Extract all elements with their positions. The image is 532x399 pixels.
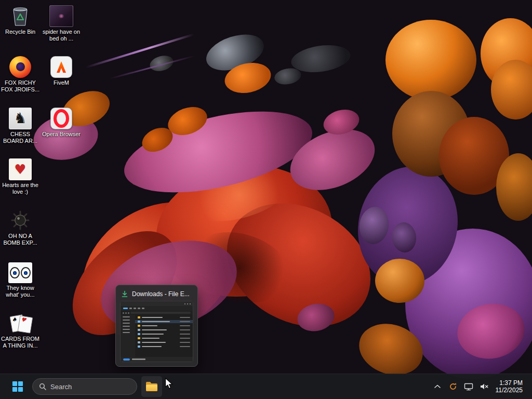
thumbnail-detail [138, 341, 140, 343]
desktop-icon-fivem[interactable]: FiveM [42, 54, 81, 86]
hidden-icons-button[interactable] [430, 377, 445, 396]
desktop-icon-label: Hearts are the love :) [1, 182, 40, 195]
sync-icon [449, 382, 457, 391]
chevron-up-icon [434, 384, 441, 389]
thumbnail-detail [135, 328, 193, 331]
thumbnail-detail [142, 317, 163, 318]
thumbnail-detail [138, 308, 140, 309]
taskbar: Search [0, 374, 532, 399]
search-label: Search [50, 383, 72, 391]
thumbnail-detail [180, 325, 190, 327]
thumbnail-detail [125, 312, 127, 314]
desktop-icon-opera[interactable]: Opera Browser [42, 105, 81, 138]
thumbnail-detail [142, 308, 144, 309]
desktop-icon-firefox[interactable]: FOX RICHY FOX JROIFS... [1, 54, 40, 93]
desktop-icon-cards[interactable]: ♠ ♥ CARDS FROM A THING IN... [1, 310, 40, 349]
taskbar-clock[interactable]: 1:37 PM 11/2/2025 [493, 378, 527, 395]
thumbnail-detail [180, 321, 190, 323]
desktop-icon-chess[interactable]: ♞ CHESS BOARD AR... [1, 105, 40, 144]
thumbnail-detail [135, 345, 193, 348]
hearts-thumbnail: ♥ [9, 156, 32, 180]
desktop-icon-recycle-bin[interactable]: Recycle Bin [1, 3, 40, 35]
taskbar-search[interactable]: Search [32, 378, 137, 395]
desktop-icon-spider-photo[interactable]: spider have on bed oh ... [42, 3, 81, 42]
thumbnail-detail [142, 346, 162, 348]
thumbnail-detail [142, 342, 166, 343]
file-explorer-icon [145, 381, 158, 392]
preview-header: Downloads - File E... [120, 289, 193, 298]
clock-date: 11/2/2025 [496, 387, 523, 394]
cards-thumbnail: ♠ ♥ [8, 310, 32, 334]
thumbnail-detail [142, 321, 170, 323]
windows-start-icon [12, 381, 23, 392]
thumbnail-detail [138, 333, 140, 335]
start-button[interactable] [7, 376, 28, 397]
thumbnail-detail [121, 315, 135, 357]
thumbnail-detail [180, 317, 190, 318]
thumbnail-detail [135, 316, 193, 319]
desktop[interactable]: Recycle Bin spider have on bed oh ... FO… [0, 0, 532, 399]
network-tray-button[interactable] [461, 377, 476, 396]
desktop-icon-label: Recycle Bin [5, 29, 35, 35]
desktop-icon-label: OH NO A BOMB EXP... [1, 233, 40, 246]
search-icon [39, 383, 46, 390]
desktop-icon-label: Opera Browser [42, 131, 81, 138]
thumbnail-detail [134, 308, 136, 309]
thumbnail-detail [135, 315, 193, 357]
volume-muted-icon [480, 383, 489, 390]
thumbnail-detail [132, 358, 145, 360]
thumbnail-detail [138, 316, 140, 318]
sync-tray-button[interactable] [446, 377, 460, 396]
desktop-icon-bomb[interactable]: OH NO A BOMB EXP... [1, 207, 40, 246]
thumbnail-detail [121, 315, 193, 357]
thumbnail-detail [123, 332, 130, 333]
thumbnail-detail [180, 346, 190, 348]
thumbnail-detail [123, 308, 128, 309]
desktop-icon-label: CHESS BOARD AR... [1, 131, 40, 144]
mouse-cursor [165, 378, 173, 389]
thumbnail-detail [138, 345, 140, 348]
volume-tray-button[interactable] [477, 377, 491, 396]
thumbnail-detail [128, 312, 129, 314]
thumbnail-detail [180, 338, 190, 339]
fivem-icon [50, 54, 72, 78]
thumbnail-detail [138, 321, 140, 323]
thumbnail-detail [135, 341, 193, 344]
desktop-icon-label: They know what' you... [1, 285, 40, 298]
network-icon [464, 383, 473, 391]
thumbnail-detail [180, 342, 190, 343]
desktop-icon-they-know[interactable]: They know what' you... [1, 259, 40, 298]
thumbnail-detail [180, 334, 190, 335]
thumbnail-detail [135, 324, 193, 327]
thumbnail-detail [135, 332, 193, 336]
taskbar-file-explorer-button[interactable] [141, 376, 162, 397]
thumbnail-detail [129, 308, 132, 309]
thumbnail-detail [142, 334, 164, 335]
opera-icon [50, 105, 72, 129]
thumbnail-detail [138, 325, 140, 327]
clock-time: 1:37 PM [499, 379, 523, 387]
chess-thumbnail: ♞ [9, 105, 32, 129]
thumbnail-detail [123, 312, 124, 314]
bomb-thumbnail [9, 207, 31, 231]
download-icon [121, 290, 128, 298]
thumbnail-detail [190, 303, 191, 304]
photo-thumbnail [49, 3, 73, 27]
thumbnail-detail [123, 326, 130, 327]
thumbnail-detail [123, 320, 130, 321]
thumbnail-detail [142, 325, 157, 327]
desktop-icon-hearts[interactable]: ♥ Hearts are the love :) [1, 156, 40, 195]
taskbar-preview-flyout[interactable]: Downloads - File E... [115, 285, 198, 367]
thumbnail-detail [121, 311, 193, 315]
thumbnail-detail [121, 357, 193, 362]
thumbnail-detail [187, 303, 188, 304]
thumbnail-detail [135, 337, 193, 340]
thumbnail-detail [142, 329, 167, 331]
explorer-thumbnail [120, 301, 193, 362]
thumbnail-detail [142, 338, 159, 339]
desktop-icon-label: spider have on bed oh ... [42, 29, 81, 42]
thumbnail-detail [121, 306, 193, 311]
desktop-icon-label: FOX RICHY FOX JROIFS... [1, 79, 40, 93]
firefox-icon [9, 54, 31, 78]
thumbnail-detail [123, 358, 130, 361]
